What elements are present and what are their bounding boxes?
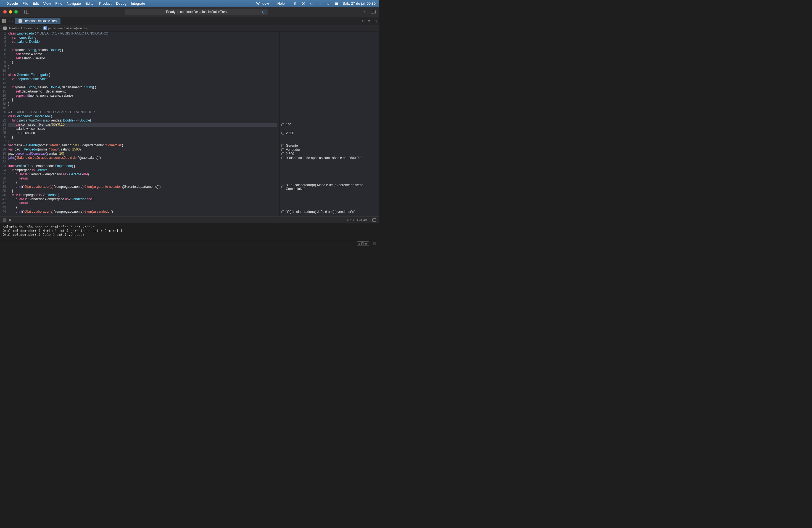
quicklook-icon[interactable] — [281, 157, 284, 159]
quicklook-icon[interactable] — [281, 132, 284, 134]
result-line — [280, 118, 379, 122]
breadcrumb-project[interactable]: DesafiosUmDoiseTres — [8, 27, 38, 30]
code-line[interactable]: self.departamento = departamento — [8, 89, 277, 93]
code-line[interactable]: init(nome: String, salario: Double) { — [8, 48, 277, 52]
code-line[interactable]: } — [8, 102, 277, 106]
code-line[interactable]: var maria = Gerente(nome: "Maria", salar… — [8, 143, 277, 147]
refresh-icon[interactable]: ⟲ — [362, 19, 365, 23]
console-layout-icon[interactable] — [372, 218, 376, 222]
result-line — [280, 89, 379, 93]
code-line[interactable]: print("Salário do João após as comissões… — [8, 156, 277, 160]
add-button[interactable]: + — [363, 9, 366, 15]
minimize-button[interactable] — [9, 10, 12, 14]
play-button[interactable] — [9, 218, 12, 222]
control-center-icon[interactable]: ☰ — [334, 1, 339, 5]
code-line[interactable]: } — [8, 60, 277, 64]
code-line[interactable]: else if empregado is Vendedor { — [8, 193, 277, 197]
menu-view[interactable]: View — [43, 1, 51, 5]
menu-app[interactable]: Xcode — [7, 1, 18, 5]
device-icon[interactable]: ▯ — [293, 1, 298, 5]
screen-record-icon[interactable]: ⦿ — [301, 1, 306, 5]
code-line[interactable]: func percentualComissao(vendas: Double) … — [8, 118, 277, 122]
code-line[interactable]: return — [8, 176, 277, 180]
code-line[interactable] — [8, 160, 277, 164]
search-icon[interactable]: ⌕ — [326, 1, 331, 5]
related-items-icon[interactable] — [2, 19, 6, 23]
code-line[interactable]: // DESAFIO 2 - CALCULANDO SALÁRIO DO VEN… — [8, 110, 277, 114]
breadcrumb-symbol[interactable]: percentualComissao(vendas:) — [48, 27, 89, 30]
stop-button[interactable] — [3, 218, 6, 222]
activity-status[interactable]: Ready to continue DesafiosUmDoiseTres — [125, 9, 268, 15]
menu-product[interactable]: Product — [99, 1, 112, 5]
menu-editor[interactable]: Editor — [85, 1, 95, 5]
jump-bar[interactable]: DesafiosUmDoiseTres 〉 M percentualComiss… — [0, 25, 379, 31]
code-line[interactable]: } — [8, 98, 277, 102]
code-line[interactable]: var nome: String — [8, 35, 277, 40]
code-line[interactable]: return — [8, 201, 277, 205]
code-line[interactable] — [8, 81, 277, 85]
nav-back-icon[interactable]: ‹ — [9, 19, 10, 23]
code-line[interactable]: } — [8, 205, 277, 210]
code-line[interactable]: var departamento: String — [8, 77, 277, 81]
console-output[interactable]: Salário do João após as comissões é de: … — [0, 223, 379, 240]
code-line[interactable]: self.salario = salario — [8, 56, 277, 60]
code-line[interactable]: salario += comissao — [8, 127, 277, 131]
code-line[interactable]: } — [8, 139, 277, 143]
menu-window[interactable]: Window — [256, 1, 269, 5]
menu-file[interactable]: File — [23, 1, 28, 5]
code-line[interactable]: } — [8, 189, 277, 193]
code-line[interactable]: var salario: Double — [8, 40, 277, 44]
nav-forward-icon[interactable]: › — [12, 19, 13, 23]
code-line[interactable]: } — [8, 180, 277, 185]
code-line[interactable]: func verificaTipo(_ empregado: Empregado… — [8, 164, 277, 168]
code-line[interactable]: class Vendedor: Empregado { — [8, 114, 277, 118]
battery-icon[interactable]: ▭ — [309, 1, 314, 5]
code-line[interactable] — [8, 69, 277, 73]
menu-edit[interactable]: Edit — [33, 1, 39, 5]
code-line[interactable]: guard let Vendedor = empregado as? Vende… — [8, 197, 277, 201]
toggle-navigator-icon[interactable] — [24, 10, 29, 14]
code-line[interactable]: print("O(a) colaborador(a) \(empregado.n… — [8, 185, 277, 189]
code-line[interactable]: self.nome = nome — [8, 52, 277, 56]
quicklook-icon[interactable] — [281, 210, 284, 213]
code-line[interactable]: var joao = Vendedor(nome: "João", salari… — [8, 147, 277, 151]
quicklook-icon[interactable] — [281, 148, 284, 151]
code-editor[interactable]: 1234567891011121314151617181920212223242… — [0, 31, 279, 217]
code-line[interactable] — [8, 44, 277, 48]
menu-find[interactable]: Find — [55, 1, 62, 5]
menu-debug[interactable]: Debug — [116, 1, 127, 5]
toggle-inspector-icon[interactable] — [371, 10, 376, 14]
code-line[interactable]: joao.percentualComissao(vendas: 20) — [8, 151, 277, 156]
code-content[interactable]: class Empregado { // DESAFIO 1 - REGISTR… — [8, 31, 279, 217]
filter-input[interactable]: ⌕ Filter — [356, 241, 371, 246]
quicklook-icon[interactable] — [281, 123, 284, 126]
code-line[interactable]: init(nome: String, salario: Double, depa… — [8, 85, 277, 89]
quicklook-icon[interactable] — [281, 144, 284, 147]
code-line[interactable]: print("O(a) colaborador(a) \(empregado.n… — [8, 210, 277, 214]
code-line[interactable]: super.init(nome: nome, salario: salario) — [8, 93, 277, 98]
menu-integrate[interactable]: Integrate — [131, 1, 145, 5]
quicklook-icon[interactable] — [281, 186, 284, 188]
adjust-editor-icon[interactable]: ▢ — [373, 19, 377, 23]
code-line[interactable]: class Empregado { // DESAFIO 1 - REGISTR… — [8, 31, 277, 35]
code-line[interactable] — [8, 106, 277, 110]
menubar-datetime[interactable]: Sáb. 27 de jul. 00:30 — [343, 1, 376, 5]
menu-navigate[interactable]: Navigate — [67, 1, 81, 5]
code-line[interactable]: return salario — [8, 131, 277, 135]
close-button[interactable] — [3, 10, 6, 14]
result-line — [280, 56, 379, 60]
result-value: Gerente — [286, 144, 298, 147]
maximize-button[interactable] — [14, 10, 18, 14]
quicklook-icon[interactable] — [281, 152, 284, 155]
wifi-icon[interactable]: ⌵ — [318, 1, 322, 5]
code-line[interactable]: class Gerente: Empregado { — [8, 73, 277, 77]
code-line[interactable]: } — [8, 64, 277, 69]
code-line[interactable]: } — [8, 135, 277, 139]
minimap-icon[interactable]: ≡ — [368, 19, 370, 23]
active-tab[interactable]: DesafiosUmDoiseTres — [15, 18, 60, 24]
code-line[interactable]: guard let Gerente = empregado as? Gerent… — [8, 172, 277, 176]
menu-help[interactable]: Help — [277, 1, 285, 5]
code-line[interactable]: if empregado is Gerente { — [8, 168, 277, 172]
clear-console-icon[interactable]: 🗑 — [373, 241, 376, 246]
code-line[interactable]: var comissao = (vendas*50)*0.10 — [8, 122, 277, 127]
